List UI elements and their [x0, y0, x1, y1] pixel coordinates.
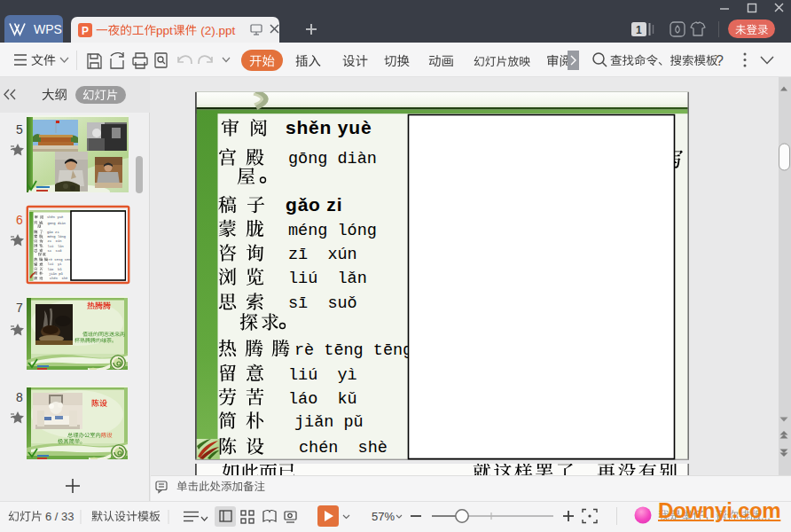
- svg-text:6 / 33: 6 / 33: [45, 510, 74, 523]
- svg-text:8: 8: [16, 390, 23, 404]
- svg-text:ppt: ppt: [156, 24, 173, 37]
- svg-text:6: 6: [16, 213, 23, 227]
- svg-text:(2).ppt: (2).ppt: [198, 24, 236, 37]
- svg-text:?: ?: [716, 53, 724, 68]
- svg-text:1: 1: [636, 24, 642, 36]
- svg-text:5: 5: [16, 122, 23, 137]
- svg-text:WPS: WPS: [34, 22, 62, 36]
- svg-text:P: P: [82, 25, 89, 37]
- svg-text:57%: 57%: [372, 510, 395, 523]
- svg-text:7: 7: [16, 301, 23, 315]
